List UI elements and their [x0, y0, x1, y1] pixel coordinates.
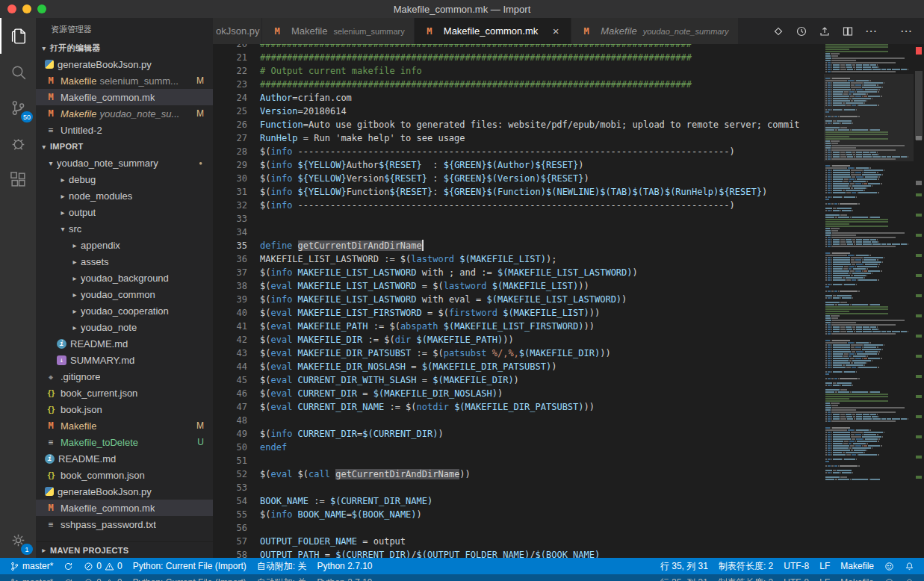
tree-folder-youdao-common[interactable]: ▸youdao_common — [36, 286, 213, 302]
code-line-44[interactable]: 44$(eval MAKEFILE_DIR_NOSLASH = $(MAKEFI… — [213, 360, 824, 373]
code-line-48[interactable]: 48 — [213, 414, 824, 427]
auto-attach-indicator[interactable]: 自动附加: 关 — [252, 574, 312, 581]
code-line-41[interactable]: 41$(eval MAKEFILE_PATH := $(abspath $(MA… — [213, 320, 824, 333]
tree-file-book-json[interactable]: {}book.json — [36, 401, 213, 417]
code-line-23[interactable]: 23######################################… — [213, 78, 824, 91]
tree-file-generatebookjson-py[interactable]: generateBookJson.py — [36, 483, 213, 500]
code-line-27[interactable]: 27RunHelp = Run 'make help' to see usage — [213, 131, 824, 145]
tab-makefile-common-mk[interactable]: MMakefile_common.mk× — [415, 18, 571, 44]
code-line-53[interactable]: 53 — [213, 481, 824, 494]
tree-folder-youdao-background[interactable]: ▸youdao_background — [36, 270, 213, 286]
more-actions-icon[interactable]: ⋯ — [861, 22, 881, 41]
encoding-selector[interactable]: UTF-8 — [778, 558, 814, 574]
code-line-24[interactable]: 24Author=crifan.com — [213, 91, 824, 105]
code-line-32[interactable]: 32$(info -------------------------------… — [213, 199, 824, 212]
tree-file-summary-md[interactable]: ↓SUMMARY.md — [36, 352, 213, 368]
code-editor[interactable]: 20######################################… — [213, 44, 824, 558]
cursor-position[interactable]: 行 35, 列 31 — [655, 574, 713, 581]
code-line-50[interactable]: 50endef — [213, 441, 824, 454]
close-tab-icon[interactable]: × — [550, 25, 562, 37]
code-line-22[interactable]: 22# Output current makefile info — [213, 64, 824, 78]
feedback-smiley[interactable] — [879, 558, 899, 574]
tree-folder-youdao-note-summary[interactable]: ▾youdao_note_summary● — [36, 155, 213, 171]
tree-folder-node-modules[interactable]: ▸node_modules — [36, 187, 213, 204]
python-version-indicator[interactable]: Python 2.7.10 — [311, 574, 377, 581]
tab-makefile-youdao-note-summary[interactable]: MMakefileyoudao_note_summary — [571, 18, 738, 44]
search-activity-button[interactable] — [0, 54, 36, 90]
zoom-window-button[interactable] — [37, 4, 46, 13]
code-line-57[interactable]: 57OUTPUT_FOLDER_NAME = output — [213, 535, 824, 548]
tree-folder-debug[interactable]: ▸debug — [36, 171, 213, 187]
code-line-55[interactable]: 55$(info BOOK_NAME=$(BOOK_NAME)) — [213, 508, 824, 521]
tab-size-indicator[interactable]: 制表符长度: 2 — [713, 574, 778, 581]
close-window-button[interactable] — [7, 4, 16, 13]
minimap[interactable] — [824, 44, 914, 558]
code-line-54[interactable]: 54BOOK_NAME := $(CURRENT_DIR_NAME) — [213, 494, 824, 508]
tree-folder-src[interactable]: ▾src — [36, 220, 213, 237]
code-line-30[interactable]: 30$(info ${YELLOW}Version${RESET} : ${GR… — [213, 172, 824, 185]
minimize-window-button[interactable] — [22, 4, 31, 13]
eol-selector[interactable]: LF — [814, 574, 835, 581]
code-line-45[interactable]: 45$(eval CURRENT_DIR_WITH_SLASH = $(MAKE… — [213, 373, 824, 387]
code-line-34[interactable]: 34 — [213, 226, 824, 239]
overview-ruler[interactable] — [914, 44, 924, 558]
python-env-selector[interactable]: Python: Current File (Import) — [128, 558, 252, 574]
git-branch-indicator[interactable]: master* — [4, 558, 58, 574]
tree-folder-youdao-cooperation[interactable]: ▸youdao_cooperation — [36, 302, 213, 319]
language-mode-selector[interactable]: Makefile — [835, 558, 879, 574]
open-editor-item-makefile-youdao-note-su[interactable]: MMakefile youdao_note_su...M — [36, 105, 213, 122]
tree-folder-output[interactable]: ▸output — [36, 204, 213, 220]
code-line-42[interactable]: 42$(eval MAKEFILE_DIR := $(dir $(MAKEFIL… — [213, 333, 824, 347]
code-line-58[interactable]: 58OUTPUT_PATH = $(CURRENT_DIR)/$(OUTPUT_… — [213, 548, 824, 558]
git-branch-indicator[interactable]: master* — [4, 574, 58, 581]
source-control-activity-button[interactable]: 50 — [0, 90, 36, 125]
code-line-56[interactable]: 56 — [213, 521, 824, 535]
code-line-31[interactable]: 31$(info ${YELLOW}Function${RESET}: ${GR… — [213, 185, 824, 199]
maven-projects-header[interactable]: ▸ MAVEN PROJECTS — [36, 541, 213, 558]
notifications-bell[interactable] — [899, 558, 920, 574]
encoding-selector[interactable]: UTF-8 — [778, 574, 814, 581]
open-editors-header[interactable]: ▾ 打开的编辑器 — [36, 40, 213, 56]
tree-file-book-current-json[interactable]: {}book_current.json — [36, 385, 213, 401]
code-line-33[interactable]: 33 — [213, 212, 824, 226]
code-line-51[interactable]: 51 — [213, 454, 824, 467]
open-changes-icon[interactable] — [768, 22, 789, 41]
code-line-35[interactable]: 35define getCurrentDirAndDirName — [213, 239, 824, 252]
tree-file-makefile-todelete[interactable]: ≡Makefile_toDeleteU — [36, 434, 213, 450]
open-editor-item-makefile-selenium-summ[interactable]: MMakefile selenium_summ...M — [36, 72, 213, 89]
code-line-39[interactable]: 39$(info MAKEFILE_LIST_LASTWORD with eva… — [213, 293, 824, 306]
settings-activity-button[interactable]: 1 — [0, 522, 36, 558]
tree-file-makefile[interactable]: MMakefileM — [36, 417, 213, 434]
tab-size-indicator[interactable]: 制表符长度: 2 — [713, 558, 778, 574]
code-line-46[interactable]: 46$(eval CURRENT_DIR = $(MAKEFILE_DIR_NO… — [213, 387, 824, 400]
code-line-40[interactable]: 40$(eval MAKEFILE_LIST_FIRSTWORD = $(fir… — [213, 306, 824, 320]
debug-activity-button[interactable] — [0, 125, 36, 161]
tree-file-makefile-common-mk[interactable]: MMakefile_common.mk — [36, 500, 213, 516]
code-line-21[interactable]: 21######################################… — [213, 51, 824, 64]
problems-indicator[interactable]: 00 — [78, 574, 127, 581]
sync-button[interactable] — [58, 558, 78, 574]
auto-attach-indicator[interactable]: 自动附加: 关 — [252, 558, 312, 574]
file-history-icon[interactable] — [791, 22, 812, 41]
code-line-52[interactable]: 52$(eval $(call getCurrentDirAndDirName)… — [213, 467, 824, 481]
upload-icon[interactable] — [814, 22, 835, 41]
editor-group-more-icon[interactable]: ⋯ — [896, 22, 917, 41]
python-env-selector[interactable]: Python: Current File (Import) — [128, 574, 252, 581]
open-editor-item-untitled-2[interactable]: ≡Untitled-2 — [36, 122, 213, 138]
tree-file-readme-md[interactable]: iREADME.md — [36, 450, 213, 467]
code-line-47[interactable]: 47$(eval CURRENT_DIR_NAME := $(notdir $(… — [213, 400, 824, 414]
eol-selector[interactable]: LF — [814, 558, 835, 574]
tree-file-sshpass-password-txt[interactable]: ≡sshpass_password.txt — [36, 516, 213, 532]
code-line-20[interactable]: 20######################################… — [213, 44, 824, 51]
python-version-indicator[interactable]: Python 2.7.10 — [311, 558, 377, 574]
code-line-38[interactable]: 38$(eval MAKEFILE_LIST_LASTWORD = $(last… — [213, 279, 824, 293]
notifications-bell[interactable] — [899, 574, 920, 581]
tab-okjson-py[interactable]: okJson.py — [213, 18, 262, 44]
extensions-activity-button[interactable] — [0, 161, 36, 197]
code-line-49[interactable]: 49$(info CURRENT_DIR=$(CURRENT_DIR)) — [213, 427, 824, 441]
open-editor-item-generatebookjson-py[interactable]: generateBookJson.py — [36, 56, 213, 72]
code-line-25[interactable]: 25Version=20180614 — [213, 105, 824, 118]
code-line-36[interactable]: 36MAKEFILE_LIST_LASTWORD := $(lastword $… — [213, 252, 824, 266]
code-line-37[interactable]: 37$(info MAKEFILE_LIST_LASTWORD with ; a… — [213, 266, 824, 279]
tree-folder-appendix[interactable]: ▸appendix — [36, 237, 213, 253]
